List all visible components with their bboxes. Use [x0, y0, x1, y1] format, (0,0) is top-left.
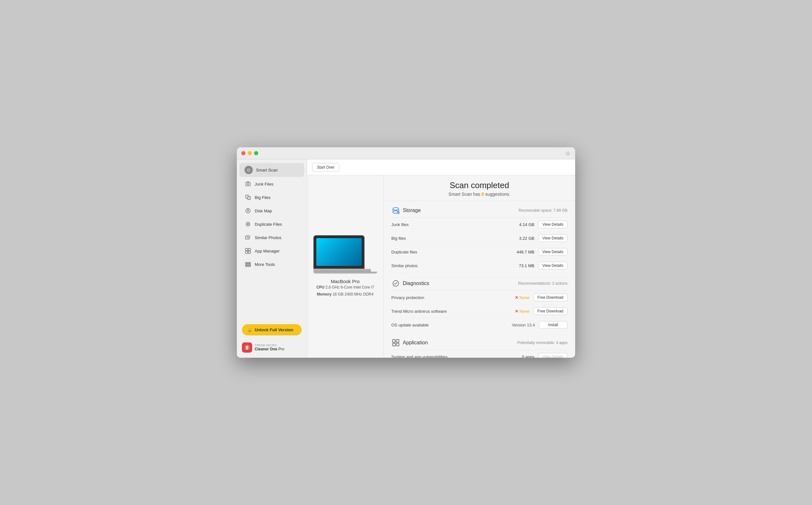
- big-files-view-details-button[interactable]: View Details: [538, 234, 568, 242]
- sidebar-item-label: Junk Files: [255, 182, 273, 186]
- brand-name-label: Cleaner One Pro: [255, 347, 284, 351]
- vulnerabilities-view-details-button: View Details: [538, 353, 568, 358]
- privacy-free-download-button[interactable]: Free Download: [533, 294, 568, 301]
- application-section: Application Potentially removable: 4 app…: [391, 338, 568, 358]
- duplicate-files-icon: [244, 221, 251, 228]
- minimize-button[interactable]: [248, 151, 252, 155]
- scan-subtitle: Smart Scan has 8 suggestions.: [384, 192, 575, 197]
- svg-point-9: [246, 222, 250, 226]
- similar-photos-view-details-button[interactable]: View Details: [538, 262, 568, 270]
- table-row: Privacy protection ✕ None Free Download: [391, 291, 568, 305]
- table-row: Trend Micro antivirus software ✕ None Fr…: [391, 305, 568, 318]
- table-row: Similar photos 73.1 MB View Details: [391, 259, 568, 273]
- sidebar-item-app-manager[interactable]: App Manager: [239, 244, 304, 257]
- similar-photos-icon: [244, 234, 251, 241]
- sidebar-item-more-tools[interactable]: More Tools: [239, 258, 304, 271]
- results-area: Storage Recoverable space: 7.89 GB Junk …: [384, 201, 575, 358]
- table-row: System and app vulnerabilities 0 apps Vi…: [391, 350, 568, 358]
- diagnostics-meta: Recommendations: 3 actions: [518, 281, 568, 286]
- unlock-label: Unlock Full Version: [255, 327, 293, 332]
- table-row: OS update available Version 13.4 Install: [391, 318, 568, 332]
- diagnostics-section: Diagnostics Recommendations: 3 actions P…: [391, 279, 568, 332]
- svg-rect-27: [396, 340, 399, 342]
- os-install-button[interactable]: Install: [539, 321, 568, 329]
- sidebar-item-duplicate-files[interactable]: Duplicate Files: [239, 218, 304, 230]
- start-over-button[interactable]: Start Over: [312, 163, 339, 172]
- application-icon: [391, 338, 400, 347]
- diagnostics-title: Diagnostics: [391, 279, 429, 288]
- storage-section: Storage Recoverable space: 7.89 GB Junk …: [391, 206, 568, 273]
- sidebar-item-disk-map[interactable]: Disk Map: [239, 204, 304, 217]
- big-files-icon: [244, 194, 251, 201]
- application-meta: Potentially removable: 4 apps: [517, 340, 568, 345]
- storage-meta: Recoverable space: 7.89 GB: [519, 208, 568, 213]
- sidebar-item-label: Big Files: [255, 195, 271, 200]
- disk-map-icon: [244, 207, 251, 214]
- sidebar-item-label: Duplicate Files: [255, 222, 282, 227]
- macbook-display: [316, 238, 362, 266]
- macbook-bottom: [314, 272, 377, 274]
- x-icon: ✕: [515, 295, 518, 300]
- sidebar-item-label: App Manager: [255, 249, 279, 254]
- svg-point-10: [247, 223, 249, 225]
- storage-title: Storage: [391, 206, 421, 215]
- unlock-full-version-button[interactable]: 🔒 Unlock Full Version: [242, 324, 302, 335]
- application-section-header: Application Potentially removable: 4 app…: [391, 338, 568, 350]
- diagnostics-section-header: Diagnostics Recommendations: 3 actions: [391, 279, 568, 291]
- scan-completed-title: Scan completed: [384, 180, 575, 190]
- antivirus-free-download-button[interactable]: Free Download: [533, 307, 568, 315]
- brand-micro-label: TREND MICRO: [255, 344, 284, 347]
- svg-rect-14: [245, 248, 248, 250]
- application-title: Application: [391, 338, 428, 347]
- brand-section: TREND MICRO Cleaner One Pro: [237, 339, 307, 358]
- svg-point-24: [397, 211, 399, 214]
- app-manager-icon: [244, 247, 251, 255]
- junk-files-view-details-button[interactable]: View Details: [538, 221, 568, 228]
- trend-micro-logo: [242, 342, 252, 353]
- svg-rect-19: [245, 264, 251, 265]
- sidebar-item-junk-files[interactable]: Junk Files: [239, 178, 304, 190]
- diagnostics-icon: [391, 279, 400, 288]
- svg-point-7: [247, 210, 249, 211]
- brand-text: TREND MICRO Cleaner One Pro: [255, 344, 284, 351]
- sidebar-item-label: Similar Photos: [255, 235, 281, 240]
- svg-rect-5: [248, 196, 250, 200]
- x-icon: ✕: [515, 309, 518, 314]
- sidebar-item-label: Smart Scan: [256, 168, 278, 172]
- privacy-status: ✕ None: [515, 295, 530, 300]
- lock-icon: 🔒: [247, 327, 252, 332]
- right-section: Start Over MacBook Pro: [307, 159, 575, 358]
- svg-rect-20: [245, 266, 251, 267]
- app-window: ☺ ⊙ Smart Scan Ju: [237, 147, 575, 358]
- smiley-icon: ☺: [565, 150, 571, 157]
- duplicate-files-view-details-button[interactable]: View Details: [538, 248, 568, 256]
- close-button[interactable]: [241, 151, 245, 155]
- antivirus-status: ✕ None: [515, 309, 530, 314]
- scan-result-header: Scan completed Smart Scan has 8 suggesti…: [384, 175, 575, 201]
- storage-icon: [391, 206, 400, 215]
- junk-files-icon: [244, 180, 251, 187]
- mac-model-label: MacBook Pro: [331, 279, 359, 284]
- more-tools-icon: [244, 261, 251, 268]
- svg-rect-15: [248, 248, 251, 250]
- svg-rect-16: [245, 251, 248, 254]
- macbook-illustration: [314, 235, 377, 274]
- sidebar-item-smart-scan[interactable]: ⊙ Smart Scan: [239, 163, 304, 177]
- svg-rect-26: [392, 340, 395, 342]
- top-bar: Start Over: [307, 159, 575, 175]
- traffic-lights: [241, 151, 258, 155]
- maximize-button[interactable]: [254, 151, 258, 155]
- storage-section-header: Storage Recoverable space: 7.89 GB: [391, 206, 568, 218]
- table-row: Big files 3.22 GB View Details: [391, 231, 568, 245]
- smart-scan-icon: ⊙: [244, 166, 253, 174]
- mac-specs: CPU 2,6 GHz 6-Core Intel Core i7 Memory …: [316, 284, 374, 298]
- os-version-text: Version 13.4: [512, 323, 535, 327]
- sidebar-item-label: Disk Map: [255, 208, 272, 213]
- sidebar-item-big-files[interactable]: Big Files: [239, 191, 304, 204]
- svg-point-22: [393, 207, 399, 210]
- main-content: ⊙ Smart Scan Junk Files: [237, 159, 575, 358]
- table-row: Duplicate files 448.7 MB View Details: [391, 245, 568, 259]
- svg-rect-29: [396, 343, 399, 346]
- sidebar-item-similar-photos[interactable]: Similar Photos: [239, 231, 304, 244]
- svg-rect-18: [245, 263, 251, 263]
